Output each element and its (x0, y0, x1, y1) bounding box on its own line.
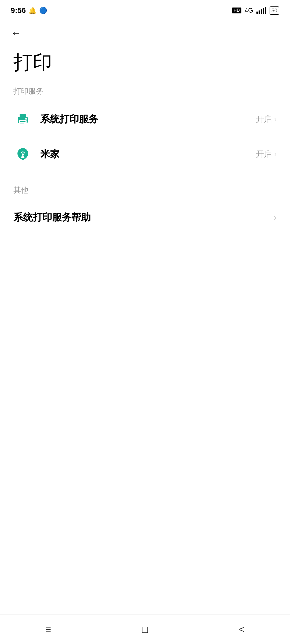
other-section: 其他 系统打印服务帮助 › (0, 182, 290, 234)
printer-icon (13, 110, 32, 129)
back-button[interactable]: ← (0, 19, 290, 44)
battery-indicator: 50 (270, 6, 279, 15)
print-helper-label: 系统打印服务帮助 (13, 211, 273, 224)
mijia-item[interactable]: 米家 开启 › (0, 137, 290, 171)
svg-point-5 (25, 118, 27, 120)
system-print-service-label: 系统打印服务 (40, 113, 256, 126)
status-bar: 9:56 🔔 🔵 HD 4G 50 (0, 0, 290, 19)
other-section-label: 其他 (0, 182, 290, 201)
section-divider (0, 177, 290, 177)
network-type: 4G (245, 7, 253, 14)
signal-bars (256, 7, 266, 14)
wifi-icon: 🔵 (39, 7, 47, 14)
nav-menu-icon[interactable]: ≡ (32, 620, 64, 639)
print-helper-item[interactable]: 系统打印服务帮助 › (0, 201, 290, 234)
system-print-service-status: 开启 › (256, 114, 277, 125)
system-print-chevron-icon: › (274, 115, 277, 123)
mute-icon: 🔔 (28, 7, 37, 14)
svg-rect-3 (20, 121, 26, 122)
mijia-icon (13, 145, 32, 163)
system-print-service-item[interactable]: 系统打印服务 开启 › (0, 102, 290, 137)
hd-badge: HD (232, 8, 241, 13)
page-title: 打印 (0, 44, 290, 83)
mijia-status-text: 开启 (256, 149, 272, 160)
print-services-section-label: 打印服务 (0, 83, 290, 102)
time-display: 9:56 (11, 6, 26, 15)
status-left: 9:56 🔔 🔵 (11, 6, 47, 15)
back-arrow-icon[interactable]: ← (11, 27, 21, 39)
status-right: HD 4G 50 (232, 6, 279, 15)
mijia-label: 米家 (40, 148, 256, 161)
svg-rect-1 (20, 114, 26, 118)
svg-point-6 (22, 153, 24, 156)
mijia-status: 开启 › (256, 149, 277, 160)
mijia-chevron-icon: › (274, 150, 277, 158)
nav-home-icon[interactable]: □ (129, 620, 161, 639)
svg-rect-4 (20, 123, 24, 123)
bottom-navigation: ≡ □ < (0, 614, 290, 644)
battery-level: 50 (271, 8, 277, 13)
system-print-status-text: 开启 (256, 114, 272, 125)
nav-back-icon[interactable]: < (226, 620, 258, 639)
print-helper-chevron-icon: › (273, 212, 277, 223)
svg-rect-2 (19, 120, 27, 125)
